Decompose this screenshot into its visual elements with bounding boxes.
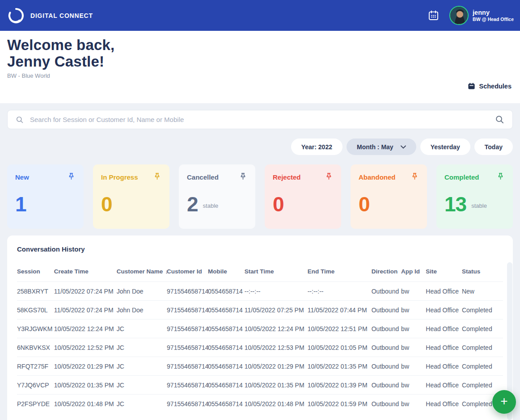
cell-create-time: 10/05/2022 01:35 PM bbox=[54, 376, 117, 395]
cell-status: Completed bbox=[462, 338, 503, 357]
add-conversation-fab[interactable]: + bbox=[492, 390, 516, 414]
cell-status: Completed bbox=[462, 301, 503, 319]
table-header-row: Session Create Time Customer Name↓ Custo… bbox=[17, 268, 503, 282]
card-note: stable bbox=[471, 202, 487, 209]
cell-direction: Outbound bbox=[372, 357, 401, 376]
brand-name: DIGITAL CONNECT bbox=[30, 12, 93, 19]
card-value: 0 bbox=[359, 192, 370, 216]
table-row[interactable]: 6NKBVKSX 10/05/2022 12:52 PM JC 97155465… bbox=[17, 338, 503, 357]
pin-icon[interactable] bbox=[67, 172, 76, 181]
col-app-id[interactable]: App Id bbox=[401, 268, 426, 282]
card-in-progress[interactable]: In Progress 0 bbox=[93, 164, 169, 229]
cell-start-time: 10/05/2022 12:53 PM bbox=[245, 338, 308, 357]
pin-icon[interactable] bbox=[496, 172, 505, 181]
pin-icon[interactable] bbox=[410, 172, 419, 181]
card-label: Rejected bbox=[273, 173, 301, 181]
table-row[interactable]: Y3RJGWKM 10/05/2022 12:24 PM JC 97155465… bbox=[17, 319, 503, 338]
cell-end-time: 10/05/2022 01:05 PM bbox=[308, 338, 372, 357]
pin-icon[interactable] bbox=[153, 172, 161, 181]
cell-start-time: 10/05/2022 01:29 PM bbox=[245, 357, 308, 376]
card-value: 13 bbox=[444, 192, 466, 216]
search-submit-icon[interactable] bbox=[495, 115, 504, 124]
cell-direction: Outbound bbox=[372, 376, 401, 395]
col-mobile[interactable]: Mobile bbox=[208, 268, 245, 282]
cell-app-id: bw bbox=[401, 357, 426, 376]
cell-status: Completed bbox=[462, 357, 503, 376]
cell-site: Head Office bbox=[426, 376, 462, 395]
filter-month-chip[interactable]: Month : May bbox=[347, 139, 416, 155]
cell-create-time: 11/05/2022 07:24 PM bbox=[54, 282, 117, 301]
table-row[interactable]: 58KGS70L 11/05/2022 07:24 PM John Doe 97… bbox=[17, 301, 503, 319]
calendar-icon[interactable] bbox=[427, 9, 440, 21]
cell-app-id: bw bbox=[401, 301, 426, 319]
conversation-table: Session Create Time Customer Name↓ Custo… bbox=[17, 268, 503, 413]
cell-direction: Outbound bbox=[372, 301, 401, 319]
user-name: jenny bbox=[473, 9, 514, 17]
cell-session[interactable]: 6NKBVKSX bbox=[17, 338, 54, 357]
cell-app-id: bw bbox=[401, 376, 426, 395]
schedules-button[interactable]: Schedules bbox=[468, 82, 512, 90]
status-cards: New 1 In Progress 0 Cancelled 2stable Re… bbox=[7, 164, 513, 229]
cell-create-time: 10/05/2022 01:48 PM bbox=[54, 395, 117, 413]
cell-create-time: 10/05/2022 12:24 PM bbox=[54, 319, 117, 338]
col-customer-name[interactable]: Customer Name↓ bbox=[117, 268, 167, 282]
cell-site: Head Office bbox=[426, 338, 462, 357]
col-start-time[interactable]: Start Time bbox=[245, 268, 308, 282]
cell-end-time: 10/05/2022 01:39 PM bbox=[308, 376, 372, 395]
card-cancelled[interactable]: Cancelled 2stable bbox=[179, 164, 255, 229]
cell-session[interactable]: Y3RJGWKM bbox=[17, 319, 54, 338]
filter-bar: Year: 2022 Month : May Yesterday Today bbox=[0, 139, 513, 155]
cell-status: Completed bbox=[462, 319, 503, 338]
table-row[interactable]: RFQT275F 10/05/2022 01:29 PM JC 97155465… bbox=[17, 357, 503, 376]
cell-session[interactable]: 58KGS70L bbox=[17, 301, 54, 319]
cell-session[interactable]: 258BXRYT bbox=[17, 282, 54, 301]
brand-logo[interactable]: DIGITAL CONNECT bbox=[7, 7, 93, 25]
table-row[interactable]: Y7JQ6VCP 10/05/2022 01:35 PM JC 97155465… bbox=[17, 376, 503, 395]
cell-end-time: 10/05/2022 01:35 PM bbox=[308, 357, 372, 376]
cell-start-time: 10/05/2022 01:48 PM bbox=[245, 395, 308, 413]
card-note: stable bbox=[203, 202, 219, 209]
filter-year-chip[interactable]: Year: 2022 bbox=[291, 139, 342, 155]
cell-session[interactable]: RFQT275F bbox=[17, 357, 54, 376]
col-direction[interactable]: Direction bbox=[372, 268, 401, 282]
user-menu[interactable]: jenny BW @ Head Office bbox=[449, 6, 514, 25]
avatar bbox=[449, 6, 469, 25]
col-session[interactable]: Session bbox=[17, 268, 54, 282]
col-status[interactable]: Status bbox=[462, 268, 503, 282]
cell-session[interactable]: P2FSPYDE bbox=[17, 395, 54, 413]
cell-session[interactable]: Y7JQ6VCP bbox=[17, 376, 54, 395]
cell-customer-name: JC bbox=[117, 376, 167, 395]
table-row[interactable]: 258BXRYT 11/05/2022 07:24 PM John Doe 97… bbox=[17, 282, 503, 301]
cell-status: New bbox=[462, 282, 503, 301]
cell-customer-id: 971554658714 bbox=[167, 376, 208, 395]
cell-direction: Outbound bbox=[372, 282, 401, 301]
cell-site: Head Office bbox=[426, 395, 462, 413]
cell-start-time: 10/05/2022 12:24 PM bbox=[245, 319, 308, 338]
cell-mobile: 0554658714 bbox=[208, 319, 245, 338]
col-customer-id[interactable]: Customer Id bbox=[167, 268, 208, 282]
card-abandoned[interactable]: Abandoned 0 bbox=[351, 164, 427, 229]
cell-site: Head Office bbox=[426, 357, 462, 376]
cell-create-time: 10/05/2022 01:29 PM bbox=[54, 357, 117, 376]
cell-customer-id: 971554658714 bbox=[167, 319, 208, 338]
search-icon bbox=[16, 116, 24, 124]
pin-icon[interactable] bbox=[239, 172, 247, 181]
card-value: 0 bbox=[101, 192, 112, 216]
table-row[interactable]: P2FSPYDE 10/05/2022 01:48 PM JC 97155465… bbox=[17, 395, 503, 413]
cell-mobile: 0554658714 bbox=[208, 376, 245, 395]
col-create-time[interactable]: Create Time bbox=[54, 268, 117, 282]
cell-start-time: 10/05/2022 01:35 PM bbox=[245, 376, 308, 395]
col-end-time[interactable]: End Time bbox=[308, 268, 372, 282]
col-site[interactable]: Site bbox=[426, 268, 462, 282]
card-rejected[interactable]: Rejected 0 bbox=[265, 164, 341, 229]
pin-icon[interactable] bbox=[325, 172, 333, 181]
filter-today-chip[interactable]: Today bbox=[474, 139, 513, 155]
card-new[interactable]: New 1 bbox=[7, 164, 84, 229]
cell-mobile: 0554658714 bbox=[208, 395, 245, 413]
card-completed[interactable]: Completed 13stable bbox=[436, 164, 513, 229]
cell-customer-name: JC bbox=[117, 395, 167, 413]
search-input[interactable] bbox=[24, 116, 495, 123]
filter-yesterday-chip[interactable]: Yesterday bbox=[420, 139, 470, 155]
cell-direction: Outbound bbox=[372, 338, 401, 357]
page-title: Welcome back, Jenny Castle! bbox=[7, 37, 513, 70]
